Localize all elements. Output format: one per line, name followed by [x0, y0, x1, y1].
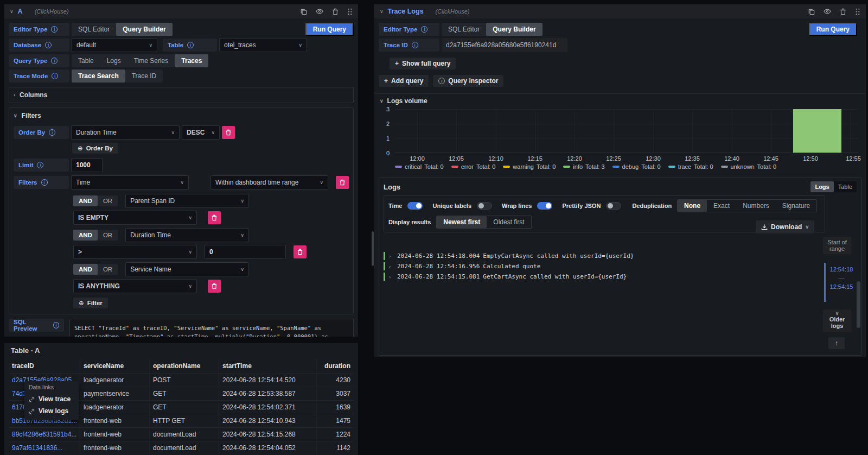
unique-labels-toggle[interactable]: [477, 202, 492, 210]
info-logs-bar[interactable]: [793, 109, 841, 153]
info-icon[interactable]: i: [45, 42, 52, 48]
legend-item[interactable]: criticalTotal: 0: [395, 163, 444, 170]
logs-volume-header[interactable]: ∨ Logs volume: [374, 94, 866, 107]
or-option[interactable]: OR: [98, 264, 118, 275]
trash-icon[interactable]: [840, 8, 846, 15]
database-select[interactable]: default∨: [72, 38, 157, 52]
copy-icon[interactable]: [808, 8, 815, 15]
col-starttime[interactable]: startTime: [219, 359, 316, 373]
legend-item[interactable]: unknownTotal: 0: [721, 163, 777, 170]
query-builder-option[interactable]: Query Builder: [116, 23, 172, 36]
chart-plot-area[interactable]: [395, 109, 858, 153]
filter-range-select[interactable]: Within dashboard time range∨: [210, 175, 328, 189]
oldest-first-option[interactable]: Oldest first: [487, 216, 531, 228]
query-builder-option[interactable]: Query Builder: [486, 23, 542, 36]
trash-icon[interactable]: [332, 8, 339, 15]
remove-filter-button[interactable]: [336, 176, 349, 189]
query-type-table[interactable]: Table: [72, 54, 100, 67]
info-icon[interactable]: i: [37, 162, 43, 168]
limit-input[interactable]: 1000: [71, 158, 103, 172]
add-order-by-button[interactable]: ⊕Order By: [72, 143, 118, 154]
condition-value-input[interactable]: 0: [205, 245, 286, 259]
condition-operator-select[interactable]: IS EMPTY∨: [73, 211, 197, 225]
expand-chevron-icon[interactable]: ›: [388, 254, 394, 259]
view-trace-link[interactable]: View trace: [29, 393, 74, 405]
dedup-none-option[interactable]: None: [678, 200, 707, 212]
condition-field-select[interactable]: Parent Span ID∨: [125, 194, 249, 208]
order-by-field-select[interactable]: Duration Time∨: [71, 125, 180, 140]
download-button[interactable]: Download ∨: [756, 220, 814, 233]
info-icon[interactable]: i: [51, 26, 58, 33]
older-logs-button[interactable]: ∨ Older logs: [823, 309, 851, 332]
info-icon[interactable]: i: [53, 322, 59, 328]
info-icon[interactable]: i: [41, 179, 48, 186]
trace-id-link[interactable]: 89cf4286e631591b4...: [9, 428, 80, 441]
columns-section[interactable]: ›Columns: [9, 87, 354, 103]
prettify-json-toggle[interactable]: [606, 202, 621, 210]
add-filter-button[interactable]: ⊕Filter: [73, 298, 108, 308]
and-option[interactable]: AND: [73, 195, 98, 206]
sql-editor-option[interactable]: SQL Editor: [442, 23, 486, 36]
view-logs-link[interactable]: View logs: [29, 405, 74, 417]
col-servicename[interactable]: serviceName: [80, 359, 149, 373]
collapse-chevron-icon[interactable]: ∨: [10, 9, 14, 14]
info-icon[interactable]: i: [412, 42, 418, 48]
log-line[interactable]: › 2024-06-28 12:54:15.081 GetCartAsync c…: [384, 271, 857, 282]
info-icon[interactable]: i: [187, 42, 194, 48]
trace-id-option[interactable]: Trace ID: [125, 69, 163, 83]
remove-condition-button[interactable]: [208, 280, 221, 293]
view-logs-option[interactable]: Logs: [810, 181, 833, 192]
log-timeline[interactable]: 12:54:18 — 12:54:15: [823, 263, 853, 302]
and-option[interactable]: AND: [73, 230, 98, 241]
condition-field-select[interactable]: Duration Time∨: [125, 228, 249, 242]
or-option[interactable]: OR: [98, 230, 118, 241]
query-type-logs[interactable]: Logs: [100, 54, 127, 67]
or-option[interactable]: OR: [98, 195, 118, 206]
query-inspector-button[interactable]: iQuery inspector: [433, 75, 503, 87]
drag-handle-icon[interactable]: [855, 8, 860, 15]
info-icon[interactable]: i: [49, 129, 55, 136]
legend-item[interactable]: traceTotal: 0: [668, 163, 713, 170]
scroll-to-top-button[interactable]: ↑: [828, 337, 845, 349]
scrollbar-thumb[interactable]: [372, 231, 374, 266]
query-type-timeseries[interactable]: Time Series: [127, 54, 175, 67]
col-traceid[interactable]: traceID: [9, 359, 80, 373]
expand-chevron-icon[interactable]: ›: [388, 274, 394, 280]
copy-icon[interactable]: [300, 8, 307, 15]
col-duration[interactable]: duration: [316, 359, 354, 373]
remove-order-by-button[interactable]: [222, 126, 235, 139]
collapse-chevron-icon[interactable]: ∨: [380, 9, 384, 14]
and-option[interactable]: AND: [73, 264, 98, 275]
show-full-query-button[interactable]: +Show full query: [390, 58, 456, 69]
dedup-signature-option[interactable]: Signature: [776, 200, 816, 212]
newest-first-option[interactable]: Newest first: [437, 216, 487, 228]
col-operationname[interactable]: operationName: [149, 359, 219, 373]
log-line[interactable]: › 2024-06-28 12:54:18.004 EmptyCartAsync…: [384, 251, 857, 261]
info-icon[interactable]: i: [421, 26, 427, 33]
dedup-numbers-option[interactable]: Numbers: [736, 200, 776, 212]
condition-operator-select[interactable]: >∨: [73, 245, 197, 259]
info-icon[interactable]: i: [52, 73, 58, 79]
add-query-button[interactable]: +Add query: [379, 75, 429, 87]
log-line[interactable]: › 2024-06-28 12:54:16.956 Calculated quo…: [384, 261, 857, 271]
remove-condition-button[interactable]: [208, 211, 221, 224]
trace-id-input[interactable]: d2a7155ef6a928a05680e5ff6190241d: [442, 38, 567, 52]
view-table-option[interactable]: Table: [834, 181, 857, 192]
legend-item[interactable]: debugTotal: 0: [612, 163, 661, 170]
sql-editor-option[interactable]: SQL Editor: [72, 23, 116, 36]
eye-icon[interactable]: [316, 8, 323, 15]
panel-a-header[interactable]: ∨ A (ClickHouse): [4, 4, 358, 18]
info-icon[interactable]: i: [51, 58, 58, 64]
order-by-direction-select[interactable]: DESC∨: [182, 125, 220, 140]
condition-operator-select[interactable]: IS ANYTHING∨: [73, 279, 197, 293]
filter-field-select[interactable]: Time∨: [71, 175, 189, 189]
eye-icon[interactable]: [824, 8, 831, 15]
legend-item[interactable]: infoTotal: 3: [563, 163, 604, 170]
trace-logs-header[interactable]: ∨ Trace Logs (ClickHouse): [374, 4, 866, 18]
wrap-lines-toggle[interactable]: [537, 202, 552, 210]
time-toggle[interactable]: [407, 202, 423, 210]
legend-item[interactable]: warningTotal: 0: [503, 163, 556, 170]
remove-condition-button[interactable]: [293, 245, 307, 258]
drag-handle-icon[interactable]: [347, 8, 353, 15]
expand-chevron-icon[interactable]: ›: [388, 264, 394, 269]
